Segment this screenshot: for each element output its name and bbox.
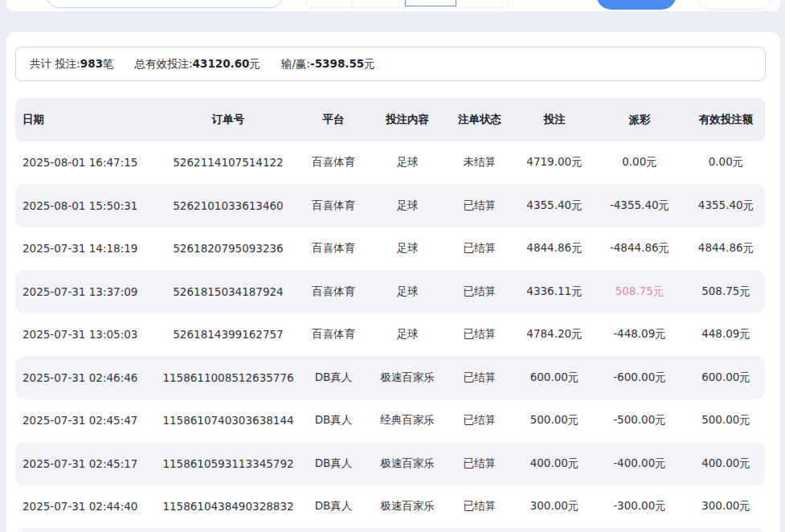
search-button[interactable]: [596, 0, 677, 10]
table-row: 2025-08-01 16:47:155262114107514122百喜体育足…: [15, 141, 765, 185]
cell-bet: 4719.00元: [517, 155, 592, 170]
cell-status: 已结算: [443, 413, 517, 428]
column-header-bet: 投注: [517, 113, 592, 127]
cell-content: 足球: [372, 241, 443, 256]
column-header-valid-bet: 有效投注额: [687, 113, 765, 127]
cell-valid: 400.00元: [687, 456, 765, 471]
cell-date: 2025-08-01 15:50:31: [15, 199, 161, 212]
table-row: 2025-07-31 02:45:171158610593113345792DB…: [15, 442, 765, 485]
cell-content: 经典百家乐: [372, 413, 443, 428]
cell-valid: 508.75元: [687, 284, 765, 299]
cell-valid: 0.00元: [687, 155, 765, 170]
column-header-status: 注单状态: [443, 113, 517, 127]
table-body: 2025-08-01 16:47:155262114107514122百喜体育足…: [15, 141, 765, 529]
summary-bar: 共计 投注:983笔 总有效投注:43120.60元 输/赢:-5398.55元: [15, 47, 766, 81]
cell-platform: DB真人: [295, 456, 372, 471]
cell-bet: 4336.11元: [517, 284, 592, 299]
cell-platform: 百喜体育: [295, 241, 372, 256]
cell-platform: 百喜体育: [295, 327, 372, 342]
cell-date: 2025-08-01 16:47:15: [15, 156, 161, 169]
cell-content: 足球: [372, 155, 443, 170]
table-row: 2025-08-01 15:50:315262101033613460百喜体育足…: [15, 184, 765, 227]
bet-records-table: 日期 订单号 平台 投注内容 注单状态 投注 派彩 有效投注额 2025-08-…: [15, 98, 765, 532]
cell-date: 2025-07-31 02:45:47: [15, 414, 161, 427]
cell-bet: 400.00元: [517, 456, 592, 471]
cell-platform: 百喜体育: [295, 198, 372, 213]
segment-option-3-selected[interactable]: [405, 0, 457, 6]
cell-payout: 508.75元: [592, 284, 687, 299]
cell-platform: DB真人: [295, 370, 372, 385]
cell-valid: 300.00元: [687, 499, 765, 514]
search-input[interactable]: [46, 0, 284, 8]
cell-payout: 0.00元: [592, 155, 687, 170]
cell-order: 1158610438490328832: [161, 500, 295, 513]
column-header-content: 投注内容: [372, 113, 443, 127]
cell-content: 足球: [372, 284, 443, 299]
cell-valid: 4844.86元: [687, 241, 765, 256]
table-row: 2025-07-31 13:37:095261815034187924百喜体育足…: [15, 270, 765, 313]
table-row-partial: [15, 528, 765, 532]
cell-date: 2025-07-31 02:44:40: [15, 500, 161, 513]
cell-date: 2025-07-31 02:46:46: [15, 371, 161, 384]
table-row: 2025-07-31 14:18:195261820795093236百喜体育足…: [15, 227, 765, 271]
filter-segmented-control: [305, 0, 509, 8]
segment-option-2[interactable]: [352, 0, 405, 7]
table-row: 2025-07-31 02:46:461158611008512635776DB…: [15, 356, 765, 399]
table-row: 2025-07-31 02:44:401158610438490328832DB…: [15, 485, 765, 529]
segment-option-1[interactable]: [306, 0, 352, 7]
cell-status: 已结算: [443, 327, 517, 342]
cell-content: 足球: [372, 198, 443, 213]
cell-bet: 4355.40元: [517, 198, 592, 213]
cell-platform: DB真人: [295, 499, 372, 514]
cell-platform: 百喜体育: [295, 284, 372, 299]
table-header-row: 日期 订单号 平台 投注内容 注单状态 投注 派彩 有效投注额: [15, 98, 765, 141]
reset-button[interactable]: [696, 0, 773, 10]
summary-total-count: 共计 投注:983笔: [30, 57, 114, 72]
cell-bet: 300.00元: [517, 499, 592, 514]
cell-status: 已结算: [443, 456, 517, 471]
cell-date: 2025-07-31 14:18:19: [15, 242, 161, 255]
cell-payout: -4355.40元: [592, 198, 687, 213]
cell-status: 已结算: [443, 284, 517, 299]
records-card: 共计 投注:983笔 总有效投注:43120.60元 输/赢:-5398.55元…: [6, 32, 780, 532]
cell-payout: -600.00元: [592, 370, 687, 385]
cell-bet: 4844.86元: [517, 241, 592, 256]
cell-order: 5261815034187924: [161, 285, 295, 298]
cell-payout: -448.09元: [592, 327, 687, 342]
cell-order: 1158611008512635776: [161, 371, 295, 384]
summary-win-loss: 输/赢:-5398.55元: [281, 57, 375, 72]
cell-valid: 448.09元: [687, 327, 765, 342]
cell-order: 5261820795093236: [161, 242, 295, 255]
segment-option-4[interactable]: [456, 0, 508, 7]
summary-valid-bet: 总有效投注:43120.60元: [135, 57, 260, 72]
cell-order: 1158610740303638144: [161, 414, 295, 427]
cell-status: 已结算: [443, 198, 517, 213]
cell-order: 1158610593113345792: [161, 457, 295, 470]
cell-content: 极速百家乐: [372, 499, 443, 514]
cell-valid: 500.00元: [687, 413, 765, 428]
cell-platform: 百喜体育: [295, 155, 372, 170]
cell-order: 5261814399162757: [161, 328, 295, 341]
cell-status: 未结算: [443, 155, 517, 170]
table-row: 2025-07-31 02:45:471158610740303638144DB…: [15, 399, 765, 443]
column-header-payout: 派彩: [592, 113, 687, 127]
column-header-date: 日期: [15, 113, 161, 127]
cell-payout: -4844.86元: [592, 241, 687, 256]
cell-platform: DB真人: [295, 413, 372, 428]
column-header-order-no: 订单号: [161, 113, 295, 127]
cell-bet: 600.00元: [517, 370, 592, 385]
cell-status: 已结算: [443, 241, 517, 256]
cell-bet: 500.00元: [517, 413, 592, 428]
cell-bet: 4784.20元: [517, 327, 592, 342]
table-row: 2025-07-31 13:05:035261814399162757百喜体育足…: [15, 313, 765, 357]
cell-content: 极速百家乐: [372, 456, 443, 471]
cell-order: 5262101033613460: [161, 199, 295, 212]
cell-valid: 600.00元: [687, 370, 765, 385]
column-header-platform: 平台: [295, 113, 372, 127]
cell-payout: -300.00元: [592, 499, 687, 514]
cell-payout: -400.00元: [592, 456, 687, 471]
cell-date: 2025-07-31 02:45:17: [15, 457, 161, 470]
cell-valid: 4355.40元: [687, 198, 765, 213]
cell-date: 2025-07-31 13:37:09: [15, 285, 161, 298]
cell-status: 已结算: [443, 499, 517, 514]
